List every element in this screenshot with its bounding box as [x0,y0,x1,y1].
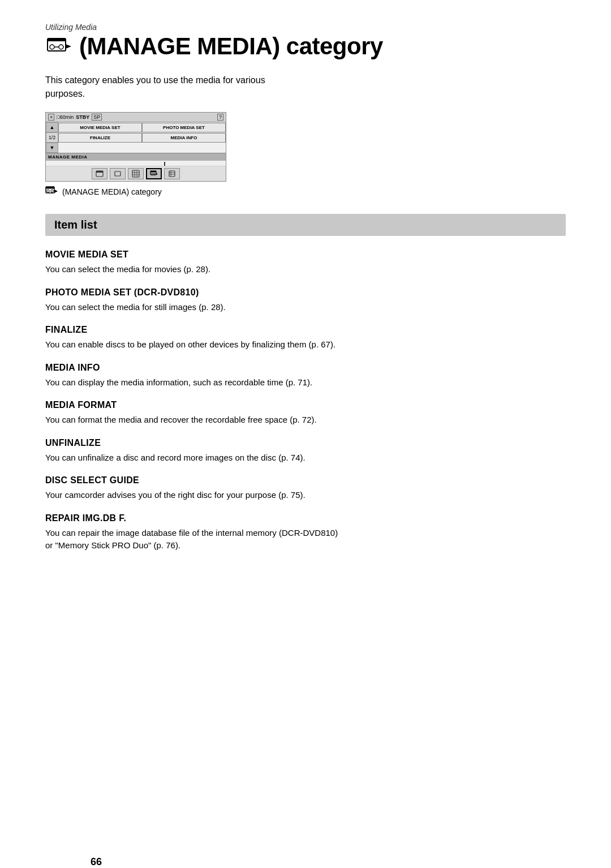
svg-marker-27 [54,190,58,193]
lcd-close: × [48,114,54,121]
svg-rect-7 [96,171,103,173]
lcd-mockup: × □60min STBY SP ? ▲ MOVIE MEDIA SET PHO… [45,112,226,182]
page-subtitle: Utilizing Media [45,23,566,32]
lcd-tape-indicator: □60min [57,114,74,120]
lcd-stby: STBY [76,114,89,120]
lcd-help: ? [217,114,223,121]
page-title: (MANAGE MEDIA) category [79,33,383,60]
lcd-row-2: 1/2 FINALIZE MEDIA INFO [46,132,226,143]
lcd-sp: SP [92,114,102,121]
section-disc-select-guide: DISC SELECT GUIDE Your camcorder advises… [45,475,566,502]
lcd-icon-5 [164,168,180,179]
svg-point-3 [59,45,63,49]
page-number: 66 [91,856,102,868]
lcd-movie-media-set: MOVIE MEDIA SET [58,123,142,132]
lcd-caption-icon [45,185,58,198]
lcd-caption-text: (MANAGE MEDIA) category [62,187,162,196]
section-repair-img-db: REPAIR IMG.DB F. You can repair the imag… [45,513,566,552]
svg-point-26 [51,190,53,192]
manage-media-icon [45,33,72,60]
section-movie-media-set: MOVIE MEDIA SET You can select the media… [45,250,566,276]
lcd-row-3: ▼ [46,143,226,153]
svg-marker-5 [66,44,71,49]
section-body-0: You can select the media for movies (p. … [45,263,339,276]
section-title-3: MEDIA INFO [45,363,566,373]
section-photo-media-set: PHOTO MEDIA SET (DCR-DVD810) You can sel… [45,287,566,314]
sections-container: MOVIE MEDIA SET You can select the media… [45,250,566,552]
lcd-caption: (MANAGE MEDIA) category [45,185,566,198]
section-title-2: FINALIZE [45,325,566,335]
svg-rect-1 [48,38,66,41]
section-body-2: You can enable discs to be played on oth… [45,338,339,351]
section-title-0: MOVIE MEDIA SET [45,250,566,260]
svg-rect-19 [169,171,175,177]
page-title-row: (MANAGE MEDIA) category [45,33,566,60]
section-body-3: You can display the media information, s… [45,376,339,389]
section-title-6: DISC SELECT GUIDE [45,475,566,485]
lcd-buttons-row1: MOVIE MEDIA SET PHOTO MEDIA SET [58,123,226,132]
svg-rect-15 [150,171,156,173]
lcd-arrow-down: ▼ [46,143,58,153]
section-title-5: UNFINALIZE [45,438,566,448]
svg-marker-18 [156,173,158,175]
lcd-arrow-up: ▲ [46,122,58,132]
section-title-1: PHOTO MEDIA SET (DCR-DVD810) [45,287,566,298]
lcd-page-num: 1/2 [46,132,58,143]
lcd-icon-3 [128,168,144,179]
svg-rect-24 [46,187,54,189]
lcd-bottom-bar: MANAGE MEDIA [46,153,226,161]
section-title-7: REPAIR IMG.DB F. [45,513,566,523]
section-body-1: You can select the media for still image… [45,301,339,314]
svg-point-25 [47,190,49,192]
lcd-media-info: MEDIA INFO [142,133,226,143]
svg-rect-9 [132,170,139,177]
section-body-6: Your camcorder advises you of the right … [45,489,339,502]
lcd-icons-row [46,166,226,181]
lcd-icon-1 [92,168,107,179]
section-media-info: MEDIA INFO You can display the media inf… [45,363,566,389]
page-wrapper: Utilizing Media (MANAGE MEDIA) category … [45,23,566,868]
lcd-indicator [46,161,226,166]
item-list-header: Item list [45,214,566,236]
lcd-icon-4-selected [146,168,162,179]
intro-text: This category enables you to use the med… [45,74,283,101]
section-title-4: MEDIA FORMAT [45,400,566,410]
lcd-menu-area: ▲ MOVIE MEDIA SET PHOTO MEDIA SET 1/2 FI… [46,122,226,153]
lcd-icons-container [46,161,226,181]
lcd-photo-media-set: PHOTO MEDIA SET [142,123,226,132]
lcd-buttons-row2: FINALIZE MEDIA INFO [58,133,226,143]
lcd-top-bar: × □60min STBY SP ? [46,113,226,122]
section-body-5: You can unfinalize a disc and record mor… [45,452,339,465]
section-body-4: You can format the media and recover the… [45,414,339,427]
lcd-row-1: ▲ MOVIE MEDIA SET PHOTO MEDIA SET [46,122,226,132]
lcd-finalize: FINALIZE [58,133,142,143]
section-body-7: You can repair the image database file o… [45,527,339,552]
section-finalize: FINALIZE You can enable discs to be play… [45,325,566,351]
lcd-icon-2 [110,168,126,179]
section-media-format: MEDIA FORMAT You can format the media an… [45,400,566,427]
section-unfinalize: UNFINALIZE You can unfinalize a disc and… [45,438,566,465]
svg-point-2 [50,45,54,49]
svg-rect-8 [115,171,121,176]
